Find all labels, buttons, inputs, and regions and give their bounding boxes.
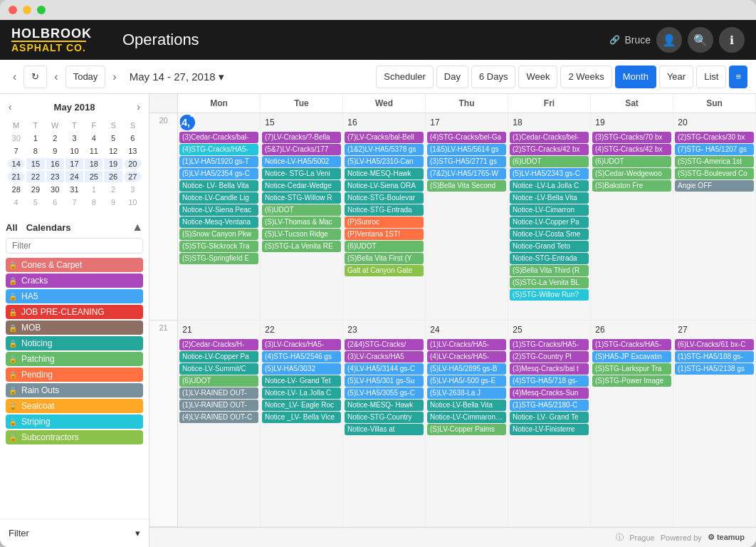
event-chip[interactable]: Notice_LV- Eagle Roc [262, 400, 341, 411]
event-chip[interactable]: Notice-MESQ-Hawk [345, 168, 424, 179]
event-chip[interactable]: (P)Ventana 1ST! [345, 229, 424, 240]
event-chip[interactable]: (S)STG-La Venita RE [262, 241, 341, 252]
mini-cal-day[interactable]: 25 [85, 171, 103, 182]
event-chip[interactable]: (2)STG-Cracks/30 bx [675, 132, 754, 143]
event-chip[interactable]: (S)STG-Springfield E [179, 253, 258, 264]
view-month-button[interactable]: Month [615, 66, 656, 88]
event-chip[interactable]: (6)UDOT [179, 375, 258, 387]
event-chip[interactable]: (S)STG-Boulevard Co [675, 168, 754, 179]
mini-cal-day[interactable]: 1 [26, 132, 44, 144]
event-chip[interactable]: (5)LV-2638-La J [427, 387, 506, 399]
mini-cal-day[interactable]: 15 [26, 158, 44, 170]
event-chip[interactable]: (5)LV-HA5/2895 gs-B [427, 363, 506, 375]
calendar-item-job-pre-cleaning[interactable]: 🔒 JOB PRE-CLEANING [6, 305, 143, 319]
calendar-item-rainouts[interactable]: 🔒 Rain Outs [6, 383, 143, 397]
event-chip[interactable]: (S)STG-Larkspur Tra [592, 363, 671, 375]
event-chip[interactable]: (1)LV-RAINED OUT- [179, 387, 258, 399]
mini-cal-prev[interactable]: ‹ [6, 100, 15, 114]
event-chip[interactable]: (S)Snow Canyon Pkw [179, 229, 258, 240]
event-chip[interactable]: (1&2)LV-HA5/5378 gs [345, 144, 424, 155]
event-chip[interactable]: Notice-LV-Siena ORA [345, 180, 424, 192]
mini-cal-day[interactable]: 9 [104, 197, 122, 208]
event-chip[interactable]: Notice -LV-Bella Vita [510, 192, 589, 204]
nav-prev-button[interactable]: ‹ [50, 68, 62, 86]
filter-button[interactable]: Filter ▾ [6, 525, 143, 541]
event-chip[interactable]: Notice _LV- Bella Vice [262, 412, 341, 423]
mini-cal-day[interactable]: 7 [7, 145, 25, 157]
calendar-item-ha5[interactable]: 🔒 HA5 [6, 289, 143, 303]
event-chip[interactable]: (6)UDOT [345, 241, 424, 252]
mini-cal-day[interactable]: 14 [7, 158, 25, 170]
event-chip[interactable]: (S)Bella Vita Second [427, 180, 506, 192]
event-chip[interactable]: (4)Mesq-Cracks-Sun [510, 387, 589, 399]
cal-day-24[interactable]: 24 (1)LV-Cracks/HA5- (4)LV-Cracks/HA5- (… [426, 321, 508, 528]
mini-cal-day[interactable]: 7 [65, 197, 83, 208]
event-chip[interactable]: Notice-STG-Country [345, 412, 424, 423]
event-chip[interactable]: (1)STG-HA5/2180-C [510, 400, 589, 411]
mini-cal-day[interactable]: 18 [85, 158, 103, 170]
event-chip[interactable]: (3)LV-Cracks/HA5 [345, 351, 424, 363]
event-chip[interactable]: (P)Sunroc [345, 217, 424, 228]
mini-cal-day[interactable]: 30 [46, 184, 64, 195]
mini-cal-day[interactable]: 2 [104, 184, 122, 195]
mini-cal-day[interactable]: 8 [85, 197, 103, 208]
mini-cal-next[interactable]: › [134, 100, 143, 114]
event-chip[interactable]: Galt at Canyon Gate [345, 265, 424, 276]
event-chip[interactable]: (2&4)STG-Cracks/ [345, 339, 424, 350]
event-chip[interactable]: (4)STG-Cracks/HA5- [179, 144, 258, 155]
event-chip[interactable]: (2)STG-Country Pl [510, 351, 589, 363]
event-chip[interactable]: Notice-LV-Summit/C [179, 363, 258, 375]
event-chip[interactable]: (3)LV-Cracks/HA5- [262, 339, 341, 350]
event-chip[interactable]: Notice-LV- La Jolla C [262, 387, 341, 399]
event-chip[interactable]: Notice-LV-HA5/5002 [262, 156, 341, 167]
calendar-item-cones[interactable]: 🔒 Cones & Carpet [6, 258, 143, 272]
event-chip[interactable]: (1)STG-Cracks/HA5- [592, 339, 671, 350]
prev-period-button[interactable]: ‹ [9, 68, 21, 86]
event-chip[interactable]: (S)LV-Thomas & Mac [262, 217, 341, 228]
mini-cal-day[interactable]: 3 [65, 132, 83, 144]
event-chip[interactable]: Notice-STG-Boulevar [345, 192, 424, 204]
view-week-button[interactable]: Week [518, 66, 557, 88]
mini-cal-day[interactable]: 30 [7, 132, 25, 144]
event-chip[interactable]: (S)Cedar-Wedgewoo [592, 168, 671, 179]
mini-cal-day[interactable]: 23 [46, 171, 64, 182]
event-chip[interactable]: Notice- STG-La Veni [262, 168, 341, 179]
cal-day-23[interactable]: 23 (2&4)STG-Cracks/ (3)LV-Cracks/HA5 (4)… [343, 321, 426, 528]
event-chip[interactable]: Notice-LV-Siena Peac [179, 204, 258, 216]
mini-cal-day[interactable]: 13 [124, 145, 142, 157]
calendar-item-patching[interactable]: 🔒 Patching [6, 352, 143, 366]
cal-day-may14[interactable]: May 14, 2018 (3)Cedar-Cracks/bal- (4)STG… [178, 113, 261, 321]
event-chip[interactable]: (S)Bakston Fre [592, 180, 671, 192]
event-chip[interactable]: Notice-Grand Teto [510, 241, 589, 252]
event-chip[interactable]: Notice-Cedar-Wedge [262, 180, 341, 192]
event-chip[interactable]: (5)LV-HA5/2343 gs-C [510, 168, 589, 179]
mini-cal-day[interactable]: 4 [7, 197, 25, 208]
event-chip[interactable]: Notice -LV-La Jolla C [510, 180, 589, 192]
view-day-button[interactable]: Day [436, 66, 468, 88]
event-chip[interactable]: (4)LV-RAINED OUT-C [179, 412, 258, 423]
mini-cal-day[interactable]: 10 [65, 145, 83, 157]
search-button[interactable]: 🔍 [688, 27, 713, 53]
event-chip[interactable]: (S)Bella Vita First (Y [345, 253, 424, 264]
event-chip[interactable]: (4)STG-Cracks/42 bx [592, 144, 671, 155]
calendar-item-pending[interactable]: 🔒 Pending [6, 368, 143, 382]
cal-day-16[interactable]: 16 (7)LV-Cracks/bal-Bell (1&2)LV-HA5/537… [343, 113, 426, 321]
event-chip[interactable]: (7&2)LV-HA5/1765-W [427, 168, 506, 179]
event-chip[interactable]: (4)LV-HA5/3144 gs-C [345, 363, 424, 375]
mini-cal-day[interactable]: 1 [85, 184, 103, 195]
event-chip[interactable]: (2)Cedar-Cracks/H- [179, 339, 258, 350]
event-chip[interactable]: (5)LV-HA5/3055 gs-C [345, 387, 424, 399]
event-chip[interactable]: (1)STG-Cracks/HA5- [510, 339, 589, 350]
mini-cal-day[interactable]: 21 [7, 171, 25, 182]
event-chip[interactable]: (S)HA5-JP Excavatin [592, 351, 671, 363]
event-chip[interactable]: (5)LV-HA5/-500 gs-E [427, 375, 506, 387]
mini-cal-day[interactable]: 28 [7, 184, 25, 195]
event-chip[interactable]: Notice-LV-Costa Sme [510, 229, 589, 240]
event-chip[interactable]: Notice-LV-Candle Lig [179, 192, 258, 204]
event-chip[interactable]: Notice-STG-Entrada [345, 204, 424, 216]
event-chip[interactable]: (3)Cedar-Cracks/bal- [179, 132, 258, 143]
event-chip[interactable]: (2)STG-Cracks/42 bx [510, 144, 589, 155]
mini-cal-day[interactable]: 6 [124, 132, 142, 144]
view-2weeks-button[interactable]: 2 Weeks [560, 66, 611, 88]
calendar-item-mob[interactable]: 🔒 MOB [6, 321, 143, 335]
